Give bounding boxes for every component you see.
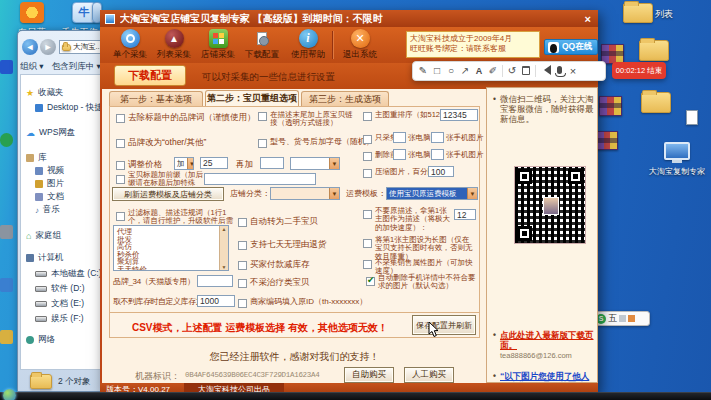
close-icon[interactable]: × — [585, 13, 593, 25]
checkbox-auto-remove-mobile-images[interactable]: 自动删除手机详情中不符合要求的图片（默认勾选） — [366, 274, 480, 291]
winrar-archive-icon[interactable] — [596, 131, 618, 150]
sidebar-item-computer[interactable]: 计算机 — [26, 252, 64, 264]
reorder-value-input[interactable] — [440, 109, 478, 121]
checkbox-remove-brand[interactable]: 去除标题中的品牌词（谨慎使用） — [116, 113, 256, 123]
folder-icon[interactable] — [639, 40, 669, 61]
checkbox[interactable] — [238, 261, 247, 270]
taskbar[interactable] — [0, 392, 711, 400]
listbox-scrollbar[interactable]: ▲▼ — [219, 226, 228, 270]
title-prefix-input[interactable] — [204, 173, 316, 185]
text-tool-icon[interactable]: A — [472, 62, 486, 80]
checkbox[interactable] — [363, 169, 372, 178]
checkbox[interactable] — [116, 212, 125, 221]
ime-keyboard-icon[interactable] — [628, 315, 635, 322]
recording-timer-badge[interactable]: 00:02:12 结束 — [612, 62, 666, 79]
tab-step2-rebuild[interactable]: 第二步：宝贝重组选项 — [205, 90, 299, 106]
checkbox[interactable] — [116, 139, 125, 148]
checkbox[interactable] — [258, 112, 267, 121]
checkbox[interactable] — [363, 260, 372, 269]
toolbar-button-exit[interactable]: ✕ 退出系统 — [338, 29, 382, 61]
checkbox[interactable] — [363, 152, 372, 161]
checkbox[interactable] — [238, 218, 247, 227]
desktop-icon-sliver[interactable] — [0, 330, 13, 344]
rectangle-tool-icon[interactable]: □ — [430, 62, 444, 80]
checkbox-checked[interactable] — [366, 277, 375, 286]
checkbox[interactable] — [116, 161, 125, 170]
collect-mobile-input[interactable] — [431, 132, 444, 143]
qq-online-button[interactable]: QQ在线 — [544, 39, 598, 55]
forward-button[interactable]: ► — [40, 39, 56, 55]
toolbar-button-list-collect[interactable]: ▲ 列表采集 — [152, 29, 196, 61]
arrow-tool-icon[interactable]: ↗ — [458, 62, 472, 80]
delete-pc-input[interactable] — [393, 149, 406, 160]
tab-download-config[interactable]: 下载配置 — [114, 65, 186, 86]
checkbox-seller-code-id[interactable]: 商家编码填入原ID（th-xxxxxxx） — [238, 298, 367, 308]
price-template-select[interactable]: ▼ — [290, 157, 340, 170]
checkbox[interactable] — [116, 175, 125, 184]
checkbox[interactable] — [363, 135, 372, 144]
stop-close-icon[interactable]: × — [566, 62, 580, 80]
delete-mobile-input[interactable] — [431, 149, 444, 160]
checkbox-adjust-price[interactable]: 调整价格 — [116, 160, 162, 170]
tab-step3-generate[interactable]: 第三步：生成选项 — [301, 91, 389, 106]
sidebar-item-network[interactable]: 网络 — [26, 334, 55, 346]
self-buy-button[interactable]: 自助购买 — [344, 367, 394, 383]
checkbox[interactable] — [258, 139, 267, 148]
checkbox-append-link[interactable]: 在描述末尾加上原宝贝链接（透明方式链接） — [258, 111, 360, 128]
sidebar-item-favorites[interactable]: ★收藏夹 — [26, 87, 64, 99]
checkbox-main-image-as-desc[interactable]: 不要原描述，拿第1张主图作为描述（将极大的加快速度）： — [363, 207, 453, 232]
image-issue-link[interactable]: “以下图片您使用了他人（或非本账号）的图片”的解决办法 — [492, 371, 594, 383]
sidebar-item-videos[interactable]: 视频 — [35, 165, 64, 177]
checkbox[interactable] — [238, 279, 247, 288]
microphone-icon[interactable] — [552, 62, 566, 80]
organize-button[interactable]: 组织 ▾ — [20, 61, 44, 73]
winrar-archive-icon[interactable] — [599, 96, 622, 116]
price-op-select[interactable]: 加▼ — [174, 157, 194, 170]
desktop-icon-sliver[interactable] — [0, 133, 13, 147]
custom-stock-input[interactable] — [197, 295, 235, 307]
price-value1-input[interactable] — [200, 157, 228, 169]
brand34-input[interactable] — [197, 275, 233, 287]
checkbox[interactable] — [363, 112, 372, 121]
compress-percent-input[interactable] — [428, 166, 454, 177]
pen-tool-icon[interactable]: ✎ — [416, 62, 430, 80]
ime-tool-icon[interactable] — [619, 315, 626, 322]
toolbar-button-single-collect[interactable]: 单个采集 — [108, 29, 152, 61]
checkbox[interactable] — [116, 114, 125, 123]
sidebar-item-drive-e[interactable]: 文档 (E:) — [35, 298, 84, 310]
sidebar-item-drive-f[interactable]: 娱乐 (F:) — [35, 313, 84, 325]
marker-tool-icon[interactable]: ✐ — [486, 62, 500, 80]
file-icon[interactable] — [686, 110, 698, 125]
price-value2-input[interactable] — [260, 157, 284, 169]
checkbox-model-letter[interactable]: 型号、货号后加字母（随机） — [258, 138, 374, 148]
scroll-up-icon[interactable]: ▲ — [222, 226, 227, 232]
checkbox[interactable] — [238, 241, 247, 250]
toolbar-button-help[interactable]: i 使用帮助 — [286, 29, 330, 61]
scroll-down-icon[interactable]: ▼ — [222, 264, 227, 270]
checkbox-seven-day-return[interactable]: 支持七天无理由退货 — [238, 240, 327, 250]
app-titlebar[interactable]: 大淘宝淘宝店铺宝贝复制专家 【高级版】到期时间：不限时 × — [100, 10, 598, 27]
include-in-library-button[interactable]: 包含到库中 ▾ — [52, 61, 101, 73]
folder-icon[interactable] — [641, 92, 671, 113]
tab-step1-basic[interactable]: 第一步：基本选项 — [109, 91, 203, 106]
refresh-freight-button[interactable]: 刷新运费模板及店铺分类 — [112, 187, 224, 201]
sidebar-item-wps-cloud[interactable]: ☁WPS网盘 — [26, 127, 75, 139]
checkbox[interactable] — [363, 210, 372, 219]
checkbox-brand-other[interactable]: 品牌改为“other/其他” — [116, 138, 206, 148]
filter-words-listbox[interactable]: 代理 批发 高仿 秒杀价 聚划算 天天特价 ▲▼ — [113, 225, 229, 271]
back-button[interactable]: ◄ — [22, 39, 38, 55]
ellipse-tool-icon[interactable]: ○ — [444, 62, 458, 80]
collect-pc-input[interactable] — [393, 132, 406, 143]
manual-buy-button[interactable]: 人工购买 — [404, 367, 454, 383]
toolbar-button-shop-collect[interactable]: 店铺采集 — [196, 29, 240, 61]
filter-word[interactable]: 天天特价 — [115, 266, 218, 272]
checkbox-secondhand[interactable]: 自动转为二手宝贝 — [238, 217, 318, 227]
trash-icon[interactable] — [519, 62, 533, 81]
freight-template-select[interactable]: 使用宝贝原运费模板▼ — [386, 187, 478, 200]
main-image-count-input[interactable] — [454, 209, 476, 220]
desktop-icon-sliver[interactable] — [0, 225, 13, 239]
desktop-icon-sliver[interactable] — [0, 60, 13, 74]
sidebar-item-drive-d[interactable]: 软件 (D:) — [35, 283, 85, 295]
shortcut-monitor-icon[interactable] — [664, 142, 690, 160]
checkbox[interactable] — [238, 299, 247, 308]
